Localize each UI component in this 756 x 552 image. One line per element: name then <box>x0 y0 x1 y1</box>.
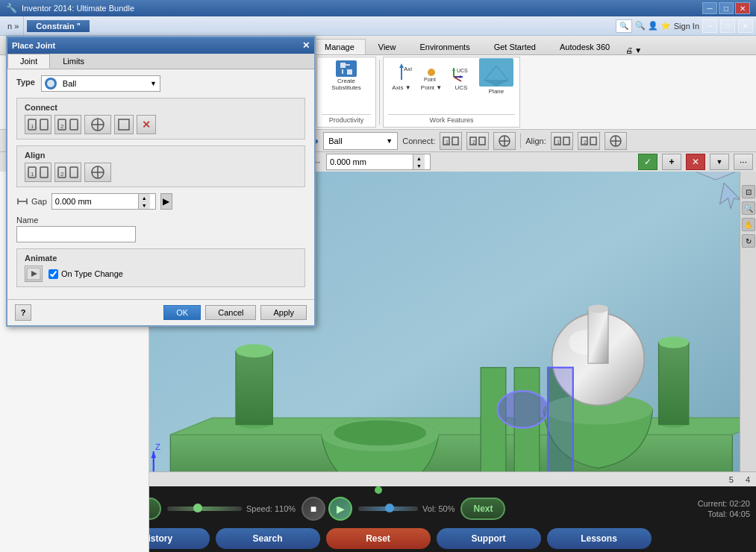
svg-text:2: 2 <box>60 123 64 130</box>
search-input[interactable]: 🔍 <box>619 22 628 30</box>
connect-x-btn[interactable]: ✕ <box>137 115 156 134</box>
svg-rect-27 <box>563 137 569 145</box>
svg-text:UCS: UCS <box>457 68 468 73</box>
connect-btn-2[interactable]: 2 <box>466 132 489 150</box>
on-type-change-checkbox[interactable]: On Type Change <box>49 269 123 279</box>
dropdown-btn[interactable]: ▼ <box>710 154 729 170</box>
zoom-btn[interactable]: 🔍 <box>742 201 755 215</box>
align-btn-1[interactable]: 1 <box>25 163 51 182</box>
connect-btn-2[interactable]: 2 <box>54 115 81 134</box>
extra-dropdown[interactable]: ▼ <box>634 46 642 54</box>
svg-text:1: 1 <box>557 139 560 145</box>
search-btn[interactable]: Search <box>216 528 320 549</box>
align-btn-2[interactable]: 2 <box>54 163 81 182</box>
dialog-close-btn[interactable]: ✕ <box>302 40 310 51</box>
stop-btn[interactable]: ■ <box>302 497 325 521</box>
create-substitutes-btn[interactable]: CreateSubstitutes <box>333 60 360 92</box>
svg-text:1: 1 <box>31 171 34 178</box>
point-btn[interactable]: Point Point ▼ <box>418 60 445 92</box>
connect-btn-1[interactable]: 1 <box>440 132 462 150</box>
confirm-btn[interactable]: ✓ <box>638 154 657 170</box>
next-btn[interactable]: Next <box>460 498 505 520</box>
extra-icon: 🖨 <box>625 46 633 54</box>
connect-btn-1[interactable]: 1 <box>25 115 51 134</box>
gap-up[interactable]: ▲ <box>139 194 150 201</box>
minimize-btn[interactable]: ─ <box>702 2 717 14</box>
status-num1: 5 <box>729 475 734 484</box>
gap-value-input[interactable] <box>52 195 138 207</box>
dialog-title-bar: Place Joint ✕ <box>7 37 314 54</box>
svg-text:1: 1 <box>446 139 449 145</box>
zoom-fit-btn[interactable]: ⊡ <box>742 185 755 198</box>
apply-btn[interactable]: Apply <box>260 305 307 320</box>
svg-rect-0 <box>340 63 346 68</box>
cancel-joint-btn[interactable]: ✕ <box>686 154 705 170</box>
tab-autodesk360[interactable]: Autodesk 360 <box>549 39 621 54</box>
gap-expand-btn[interactable]: ▶ <box>160 193 172 210</box>
on-type-change-input[interactable] <box>49 269 58 279</box>
type-label: Type <box>16 78 35 87</box>
joint-type-select[interactable]: Ball ▼ <box>323 132 398 150</box>
tab-manage[interactable]: Manage <box>313 39 366 54</box>
tab-get-started[interactable]: Get Started <box>483 39 547 54</box>
reset-btn[interactable]: Reset <box>326 528 431 549</box>
constrain-title: Constrain " <box>36 22 81 31</box>
gap-field[interactable] <box>327 156 413 168</box>
animate-play-btn[interactable] <box>25 266 43 282</box>
dialog-tab-limits[interactable]: Limits <box>50 54 97 69</box>
name-input[interactable] <box>16 226 136 242</box>
toolbar-minimize[interactable]: ─ <box>702 19 717 33</box>
gap-increment[interactable]: ▲ <box>413 154 425 162</box>
svg-rect-65 <box>236 351 272 424</box>
connect-square-btn[interactable] <box>114 115 134 134</box>
vol-slider[interactable] <box>358 506 418 511</box>
ok-btn[interactable]: OK <box>163 305 201 320</box>
connect-icon-btn[interactable] <box>493 132 516 150</box>
svg-point-85 <box>588 304 608 313</box>
align-btn-2[interactable]: 2 <box>578 132 600 150</box>
connect-section: Connect 1 2 ✕ <box>16 98 305 139</box>
gap-down[interactable]: ▼ <box>139 201 150 209</box>
align-circle-btn[interactable] <box>84 163 111 182</box>
tab-environments[interactable]: Environments <box>408 39 481 54</box>
speed-area: Speed: 110% <box>167 504 296 513</box>
orbit-btn[interactable]: ↻ <box>742 234 755 248</box>
gap-decrement[interactable]: ▼ <box>413 162 425 169</box>
more-btn[interactable]: ··· <box>734 154 753 170</box>
align-btn-1[interactable]: 1 <box>551 132 573 150</box>
ucs-label: UCS <box>455 84 468 91</box>
svg-rect-47 <box>40 167 48 178</box>
lessons-btn[interactable]: Lessons <box>547 528 652 549</box>
add-btn[interactable]: + <box>662 154 681 170</box>
pattern-label: n » <box>7 22 19 31</box>
plane-btn[interactable]: Plane <box>478 60 515 92</box>
toolbar-restore[interactable]: □ <box>720 19 735 33</box>
connect-circle-btn[interactable] <box>84 115 111 134</box>
toolbar-close[interactable]: ✕ <box>738 19 753 33</box>
maximize-btn[interactable]: □ <box>719 2 734 14</box>
productivity-group-label: Productivity <box>322 114 371 124</box>
cancel-btn[interactable]: Cancel <box>205 305 256 320</box>
title-bar: 🔧 Inventor 2014: Ultimate Bundle ─ □ ✕ <box>0 0 756 16</box>
animate-section: Animate On Type Change <box>16 248 305 287</box>
type-select[interactable]: Ball ▼ <box>41 75 160 92</box>
svg-text:Z: Z <box>155 442 160 451</box>
support-btn[interactable]: Support <box>437 528 541 549</box>
dialog-help-btn[interactable]: ? <box>15 304 31 321</box>
name-row: Name <box>16 216 305 242</box>
speed-slider[interactable] <box>167 506 242 511</box>
play-main-btn[interactable]: ▶ <box>328 497 352 521</box>
dialog-tab-joint[interactable]: Joint <box>7 54 50 69</box>
dialog-footer: ? OK Cancel Apply <box>7 299 314 325</box>
connect-buttons: 1 2 ✕ <box>25 115 297 134</box>
svg-point-66 <box>236 344 272 357</box>
svg-text:Point: Point <box>424 77 436 82</box>
ucs-btn[interactable]: UCS UCS <box>448 60 475 92</box>
axis-btn[interactable]: Axis Axis ▼ <box>388 60 415 92</box>
close-btn[interactable]: ✕ <box>735 2 750 14</box>
pan-btn[interactable]: ✋ <box>742 218 755 231</box>
align-icon-btn[interactable] <box>605 132 627 150</box>
sign-in-label[interactable]: Sign In <box>674 22 699 31</box>
svg-rect-72 <box>481 368 506 485</box>
tab-view[interactable]: View <box>367 39 407 54</box>
